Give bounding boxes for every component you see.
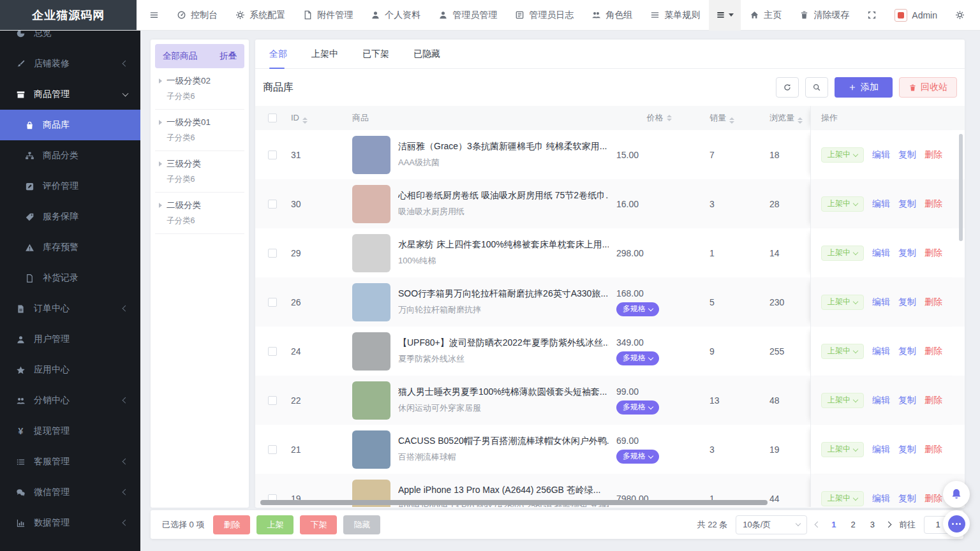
- fullscreen-button[interactable]: [858, 0, 886, 31]
- sort-icon[interactable]: [729, 117, 734, 124]
- product-title[interactable]: CACUSS B0520帽子男百搭潮流棒球帽女休闲户外鸭...: [398, 436, 609, 447]
- status-dropdown[interactable]: 上架中: [821, 246, 864, 261]
- sidebar-item-shop-design[interactable]: 店铺装修: [0, 48, 140, 79]
- status-dropdown[interactable]: 上架中: [821, 196, 864, 212]
- copy-link[interactable]: 复制: [898, 247, 916, 259]
- topnav-item-role-group[interactable]: 角色组: [583, 0, 641, 31]
- product-image[interactable]: [352, 185, 390, 223]
- product-image[interactable]: [352, 381, 390, 420]
- sidebar-item-data-management[interactable]: 数据管理: [0, 508, 140, 538]
- add-button[interactable]: 添加: [835, 77, 893, 98]
- refresh-button[interactable]: [776, 77, 799, 98]
- copy-link[interactable]: 复制: [898, 346, 916, 357]
- product-image[interactable]: [352, 136, 390, 174]
- row-checkbox[interactable]: [268, 445, 277, 454]
- product-title[interactable]: SOO行李箱男万向轮拉杆箱耐磨抗摔26英寸A330旅...: [398, 288, 608, 300]
- product-title[interactable]: 洁丽雅（Grace）3条抗菌新疆棉毛巾 纯棉柔软家用...: [398, 141, 607, 152]
- nav-overflow-dropdown[interactable]: [709, 0, 741, 31]
- edit-link[interactable]: 编辑: [872, 493, 890, 504]
- edit-link[interactable]: 编辑: [872, 198, 890, 210]
- delete-link[interactable]: 删除: [924, 247, 942, 259]
- topnav-item-attachments[interactable]: 附件管理: [294, 0, 362, 31]
- tab-on-sale[interactable]: 上架中: [311, 40, 338, 68]
- topnav-item-system-config[interactable]: 系统配置: [226, 0, 294, 31]
- status-dropdown[interactable]: 上架中: [821, 344, 864, 359]
- sort-icon[interactable]: [667, 115, 672, 121]
- delete-link[interactable]: 删除: [924, 198, 942, 210]
- tab-hidden[interactable]: 已隐藏: [413, 40, 440, 68]
- sidebar-item-restock-records[interactable]: 补货记录: [0, 263, 140, 293]
- delete-link[interactable]: 删除: [924, 346, 942, 357]
- topnav-item-admins[interactable]: 管理员管理: [429, 0, 506, 31]
- sidebar-item-product-management[interactable]: 商品管理: [0, 79, 140, 110]
- copy-link[interactable]: 复制: [898, 297, 916, 308]
- sidebar-item-customer-service[interactable]: 客服管理: [0, 446, 140, 477]
- tab-all[interactable]: 全部: [269, 40, 287, 68]
- category-tree-item[interactable]: 二级分类 子分类6: [155, 193, 244, 234]
- product-title[interactable]: Apple iPhone 13 Pro Max (A2644) 256GB 苍岭…: [398, 485, 609, 496]
- sidebar-item-user-management[interactable]: 用户管理: [0, 324, 140, 355]
- header-id[interactable]: ID: [291, 113, 342, 124]
- product-title[interactable]: 猫人男士睡衣男夏季100%纯棉薄款圆领套头短袖套...: [398, 386, 607, 398]
- delete-link[interactable]: 删除: [924, 297, 942, 308]
- home-button[interactable]: 主页: [741, 0, 791, 31]
- copy-link[interactable]: 复制: [898, 395, 916, 406]
- spec-dropdown[interactable]: 多规格: [616, 302, 659, 316]
- header-sales[interactable]: 销量: [702, 112, 762, 124]
- sidebar-item-stock-warning[interactable]: 库存预警: [0, 232, 140, 263]
- product-title[interactable]: 水星家纺 床上四件套100%纯棉被套床单枕套床上用...: [398, 239, 609, 251]
- product-image[interactable]: [352, 430, 390, 469]
- copy-link[interactable]: 复制: [898, 149, 916, 161]
- copy-link[interactable]: 复制: [898, 444, 916, 455]
- admin-menu[interactable]: Admin: [886, 0, 946, 31]
- topnav-item-dashboard[interactable]: 控制台: [168, 0, 226, 31]
- sidebar-item-review-management[interactable]: 评价管理: [0, 171, 140, 202]
- category-tree-item[interactable]: 一级分类02 子分类6: [155, 68, 244, 110]
- edit-link[interactable]: 编辑: [872, 247, 890, 259]
- header-views[interactable]: 浏览量: [762, 112, 810, 124]
- sidebar-item-product-categories[interactable]: 商品分类: [0, 140, 140, 171]
- notification-button[interactable]: [943, 481, 970, 508]
- row-checkbox[interactable]: [268, 151, 277, 159]
- horizontal-scrollbar[interactable]: [260, 500, 768, 505]
- topnav-item-admin-log[interactable]: 管理员日志: [506, 0, 583, 31]
- page-1[interactable]: 1: [828, 520, 839, 529]
- row-checkbox[interactable]: [268, 249, 277, 258]
- delete-link[interactable]: 删除: [924, 444, 942, 455]
- collapse-button[interactable]: 折叠: [219, 50, 237, 62]
- edit-link[interactable]: 编辑: [872, 444, 890, 455]
- topnav-item-menu-rules[interactable]: 菜单规则: [641, 0, 709, 31]
- chat-button[interactable]: [943, 510, 970, 537]
- bulk-on-sale-button[interactable]: 上架: [256, 515, 293, 534]
- row-checkbox[interactable]: [268, 396, 277, 405]
- edit-link[interactable]: 编辑: [872, 149, 890, 161]
- status-dropdown[interactable]: 上架中: [821, 442, 864, 457]
- all-products-label[interactable]: 全部商品: [163, 50, 197, 62]
- spec-dropdown[interactable]: 多规格: [616, 450, 659, 464]
- sidebar-item-service-guarantee[interactable]: 服务保障: [0, 202, 140, 232]
- category-tree-item[interactable]: 一级分类01 子分类6: [155, 110, 244, 151]
- status-dropdown[interactable]: 上架中: [821, 295, 864, 310]
- sidebar-item-wechat-management[interactable]: 微信管理: [0, 477, 140, 508]
- delete-link[interactable]: 删除: [924, 395, 942, 406]
- product-image[interactable]: [352, 332, 390, 371]
- vertical-scrollbar[interactable]: [959, 134, 963, 241]
- topnav-item-profile[interactable]: 个人资料: [362, 0, 429, 31]
- product-image[interactable]: [352, 234, 390, 272]
- copy-link[interactable]: 复制: [898, 198, 916, 210]
- next-page-button[interactable]: [886, 522, 892, 528]
- page-3[interactable]: 3: [867, 520, 878, 529]
- page-2[interactable]: 2: [848, 520, 859, 529]
- prev-page-button[interactable]: [815, 522, 821, 528]
- sidebar-item-withdrawal-management[interactable]: ¥ 提现管理: [0, 416, 140, 446]
- sidebar-item-distribution-center[interactable]: 分销中心: [0, 385, 140, 416]
- tab-off-sale[interactable]: 已下架: [362, 40, 389, 68]
- product-title[interactable]: 【UPF80+】波司登防晒衣2022年夏季防紫外线冰丝...: [398, 337, 609, 349]
- spec-dropdown[interactable]: 多规格: [616, 400, 659, 415]
- product-title[interactable]: 心相印卷纸厨房卷纸 吸油吸水厨房用纸 75节2卷纸巾...: [398, 190, 609, 202]
- recycle-bin-button[interactable]: 回收站: [899, 77, 957, 98]
- sort-icon[interactable]: [302, 117, 308, 124]
- sidebar-item-overview[interactable]: 总览: [0, 31, 140, 48]
- status-dropdown[interactable]: 上架中: [821, 491, 864, 506]
- search-button[interactable]: [805, 77, 828, 98]
